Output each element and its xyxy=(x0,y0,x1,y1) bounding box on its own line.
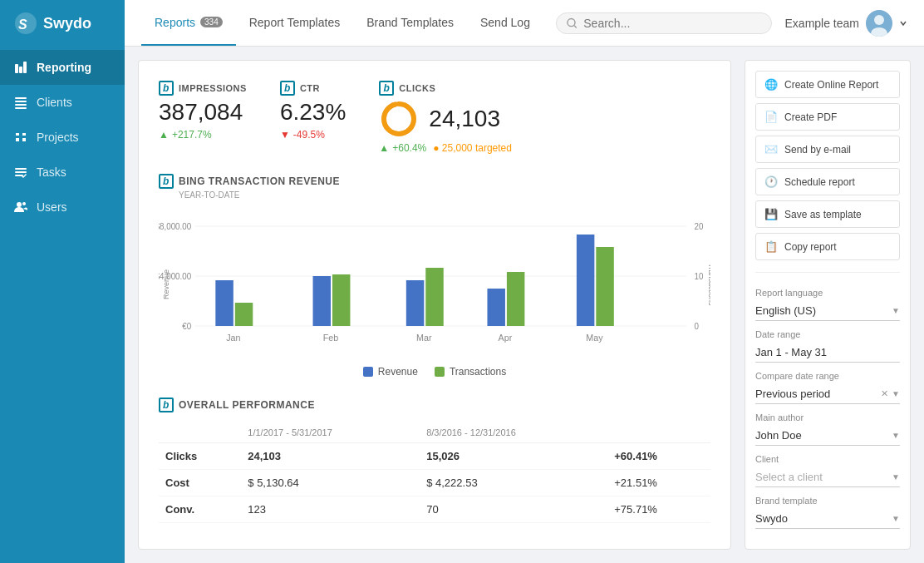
metric-clicks-value: 24,103 xyxy=(429,106,500,132)
tab-reports-label: Reports xyxy=(155,16,195,29)
tab-brand-templates-label: Brand Templates xyxy=(366,16,454,29)
svg-rect-8 xyxy=(15,107,27,109)
field-group-main-author: Main author John Doe ▼ xyxy=(755,412,900,446)
create-pdf-button[interactable]: 📄Create PDF xyxy=(755,103,900,131)
send-by-email-icon: ✉️ xyxy=(764,143,778,156)
metric-clicks: b CLICKS 24,103 ▲ xyxy=(379,81,512,154)
row-v1: 123 xyxy=(241,496,420,523)
table-row: Conv. 123 70 +75.71% xyxy=(159,496,710,523)
bar-apr-transactions xyxy=(507,272,524,326)
performance-table: 1/1/2017 - 5/31/2017 8/3/2016 - 12/31/20… xyxy=(159,422,710,523)
svg-rect-4 xyxy=(23,62,27,73)
tab-brand-templates[interactable]: Brand Templates xyxy=(353,0,467,46)
send-by-email-button[interactable]: ✉️Send by e-mail xyxy=(755,136,900,163)
user-name: Example team xyxy=(785,17,859,30)
right-panel: 🌐Create Online Report📄Create PDF✉️Send b… xyxy=(745,60,911,550)
field-select-brand-template[interactable]: Swydo ▼ xyxy=(755,509,900,529)
svg-text:Revenue: Revenue xyxy=(162,269,170,299)
user-dropdown-chevron-icon[interactable] xyxy=(899,19,907,27)
field-select-client[interactable]: Select a client ▼ xyxy=(755,467,900,487)
svg-point-12 xyxy=(17,202,22,207)
svg-rect-5 xyxy=(15,97,27,99)
field-select-date-range[interactable]: Jan 1 - May 31 xyxy=(755,343,900,363)
tab-report-templates[interactable]: Report Templates xyxy=(236,0,353,46)
table-row: Cost $ 5,130.64 $ 4,222.53 +21.51% xyxy=(159,470,710,496)
clicks-donut-chart xyxy=(379,99,419,139)
sidebar-navigation: Reporting Clients Projects Tasks Users xyxy=(0,47,125,225)
svg-rect-9 xyxy=(15,168,27,170)
sidebar-item-label-clients: Clients xyxy=(37,96,72,109)
row-change: +21.51% xyxy=(607,470,710,496)
tasks-icon xyxy=(13,165,28,180)
field-select-main-author[interactable]: John Doe ▼ xyxy=(755,426,900,446)
sidebar: S Swydo Reporting Clients Projects xyxy=(0,0,125,563)
field-label-main-author: Main author xyxy=(755,412,900,422)
svg-text:S: S xyxy=(18,17,27,32)
sidebar-item-users[interactable]: Users xyxy=(0,190,125,225)
tab-reports[interactable]: Reports 334 xyxy=(141,0,236,46)
schedule-report-label: Schedule report xyxy=(784,176,855,188)
col-header-change xyxy=(607,422,710,443)
metric-impressions-value: 387,084 xyxy=(159,99,247,126)
sidebar-logo: S Swydo xyxy=(0,0,125,47)
field-groups: Report language English (US) ▼ Date rang… xyxy=(755,279,900,532)
sidebar-item-reporting[interactable]: Reporting xyxy=(0,50,125,85)
sidebar-item-projects[interactable]: Projects xyxy=(0,120,125,155)
create-online-report-label: Create Online Report xyxy=(784,79,878,91)
sidebar-item-tasks[interactable]: Tasks xyxy=(0,155,125,190)
create-online-report-button[interactable]: 🌐Create Online Report xyxy=(755,71,900,98)
field-dropdown-brand-template-icon: ▼ xyxy=(892,514,900,523)
field-value-compare-date-range: Previous period xyxy=(755,388,881,400)
copy-report-button[interactable]: 📋Copy report xyxy=(755,233,900,260)
field-group-brand-template: Brand template Swydo ▼ xyxy=(755,496,900,529)
svg-text:May: May xyxy=(586,333,603,343)
field-label-date-range: Date range xyxy=(755,329,900,339)
row-v2: 70 xyxy=(420,496,607,523)
schedule-report-button[interactable]: 🕐Schedule report xyxy=(755,168,900,195)
svg-text:Mar: Mar xyxy=(416,333,432,343)
clicks-target: ● 25,000 targeted xyxy=(433,142,512,154)
legend-transactions: Transactions xyxy=(435,366,506,378)
copy-report-icon: 📋 xyxy=(764,240,778,253)
bar-mar-revenue xyxy=(406,280,424,326)
overall-performance-title: b OVERALL PERFORMANCE xyxy=(159,398,710,412)
search-area xyxy=(543,12,772,34)
save-as-template-button[interactable]: 💾Save as template xyxy=(755,200,900,228)
tab-send-log[interactable]: Send Log xyxy=(467,0,543,46)
table-row: Clicks 24,103 15,026 +60.41% xyxy=(159,443,710,470)
nav-tabs: Reports 334 Report Templates Brand Templ… xyxy=(141,0,543,46)
field-value-client: Select a client xyxy=(755,471,892,483)
field-select-compare-date-range[interactable]: Previous period ✕ ▼ xyxy=(755,384,900,404)
table-section: b OVERALL PERFORMANCE 1/1/2017 - 5/31/20… xyxy=(159,398,710,523)
action-buttons: 🌐Create Online Report📄Create PDF✉️Send b… xyxy=(755,71,900,265)
bing-icon-ctr: b xyxy=(280,81,295,96)
svg-text:20: 20 xyxy=(694,222,703,231)
svg-point-20 xyxy=(384,104,414,134)
metric-ctr-value: 6.23% xyxy=(280,99,346,126)
bar-apr-revenue xyxy=(487,289,504,326)
sidebar-item-clients[interactable]: Clients xyxy=(0,85,125,120)
legend-transactions-dot xyxy=(435,367,445,377)
search-input[interactable] xyxy=(583,17,760,30)
create-online-report-icon: 🌐 xyxy=(764,78,778,91)
tab-send-log-label: Send Log xyxy=(480,16,530,29)
chart-subtitle: YEAR-TO-DATE xyxy=(179,190,710,200)
svg-text:Transactions: Transactions xyxy=(707,263,710,306)
field-label-client: Client xyxy=(755,454,900,464)
users-icon xyxy=(13,200,28,215)
up-arrow-icon: ▲ xyxy=(159,129,169,141)
svg-text:Jan: Jan xyxy=(226,333,240,343)
svg-point-14 xyxy=(567,18,574,26)
field-value-brand-template: Swydo xyxy=(755,512,892,525)
legend-revenue: Revenue xyxy=(363,366,418,378)
field-select-report-language[interactable]: English (US) ▼ xyxy=(755,301,900,321)
svg-rect-7 xyxy=(15,104,27,106)
content-area: b IMPRESSIONS 387,084 ▲ +217.7% b CTR xyxy=(125,47,924,563)
metric-ctr-change: ▼ -49.5% xyxy=(280,129,346,141)
row-label: Cost xyxy=(159,470,241,496)
schedule-report-icon: 🕐 xyxy=(764,175,778,188)
logo-text: Swydo xyxy=(43,15,91,32)
bar-jan-revenue xyxy=(215,280,233,326)
bar-chart-svg: $8,000.00 $4,000.00 €0 20 10 0 Revenue T… xyxy=(159,210,710,359)
field-clear-compare-date-range[interactable]: ✕ xyxy=(881,388,888,399)
